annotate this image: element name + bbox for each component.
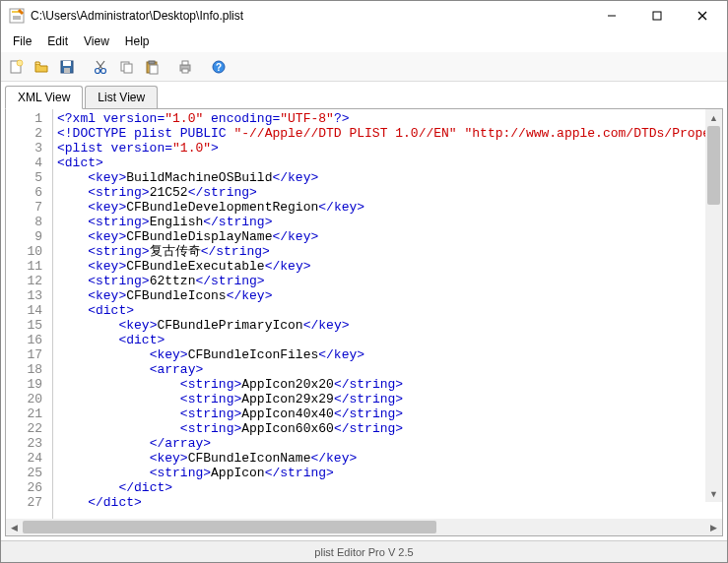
svg-rect-3 xyxy=(653,12,661,20)
menu-view[interactable]: View xyxy=(76,32,117,50)
tab-xml-view[interactable]: XML View xyxy=(5,86,83,109)
svg-rect-22 xyxy=(182,69,188,73)
horizontal-scroll-thumb[interactable] xyxy=(23,521,436,533)
code-area[interactable]: <?xml version="1.0" encoding="UTF-8"?><!… xyxy=(53,109,722,519)
vertical-scroll-thumb[interactable] xyxy=(707,126,720,205)
tab-list-view[interactable]: List View xyxy=(85,86,158,109)
code-line[interactable]: <key>CFBundleExecutable</key> xyxy=(57,259,718,274)
code-line[interactable]: <plist version="1.0"> xyxy=(57,141,718,156)
editor[interactable]: 1234567891011121314151617181920212223242… xyxy=(6,109,722,519)
code-line[interactable]: <!DOCTYPE plist PUBLIC "-//Apple//DTD PL… xyxy=(57,126,718,141)
status-app-version: plist Editor Pro V 2.5 xyxy=(314,546,413,558)
line-number: 27 xyxy=(6,495,52,510)
line-number: 12 xyxy=(6,274,52,288)
toolbar: ? xyxy=(1,52,727,82)
line-number: 8 xyxy=(6,215,52,229)
statusbar: plist Editor Pro V 2.5 xyxy=(1,540,727,562)
code-line[interactable]: <key>CFBundleIcons</key> xyxy=(57,288,718,303)
svg-rect-9 xyxy=(63,61,71,66)
window-title: C:\Users\Administrator\Desktop\Info.plis… xyxy=(31,9,589,23)
line-number: 16 xyxy=(6,333,52,347)
code-line[interactable]: <dict> xyxy=(57,333,718,347)
line-number: 10 xyxy=(6,244,52,259)
line-number: 23 xyxy=(6,436,52,451)
close-button[interactable] xyxy=(680,1,725,31)
print-button[interactable] xyxy=(174,56,196,78)
titlebar: C:\Users\Administrator\Desktop\Info.plis… xyxy=(1,1,727,31)
editor-container: 1234567891011121314151617181920212223242… xyxy=(5,108,723,536)
code-line[interactable]: <string>AppIcon</string> xyxy=(57,466,718,480)
code-line[interactable]: <key>CFBundleDevelopmentRegion</key> xyxy=(57,200,718,215)
svg-point-12 xyxy=(101,68,106,73)
scroll-up-icon[interactable]: ▲ xyxy=(705,109,722,126)
line-number: 24 xyxy=(6,451,52,466)
svg-text:?: ? xyxy=(216,62,222,73)
code-line[interactable]: </array> xyxy=(57,436,718,451)
code-line[interactable]: </dict> xyxy=(57,495,718,510)
copy-button[interactable] xyxy=(115,56,137,78)
code-line[interactable]: <string>English</string> xyxy=(57,215,718,229)
line-number: 13 xyxy=(6,288,52,303)
line-number-gutter: 1234567891011121314151617181920212223242… xyxy=(6,109,53,519)
line-number: 15 xyxy=(6,318,52,333)
svg-point-11 xyxy=(96,68,100,73)
code-line[interactable]: </dict> xyxy=(57,480,718,495)
line-number: 4 xyxy=(6,156,52,170)
code-line[interactable]: <key>CFBundleIconFiles</key> xyxy=(57,347,718,362)
line-number: 19 xyxy=(6,377,52,392)
scroll-right-icon[interactable]: ▶ xyxy=(705,519,722,535)
menu-edit[interactable]: Edit xyxy=(39,32,76,50)
line-number: 2 xyxy=(6,126,52,141)
code-line[interactable]: <string>21C52</string> xyxy=(57,185,718,200)
line-number: 22 xyxy=(6,421,52,436)
save-button[interactable] xyxy=(56,56,78,78)
svg-point-7 xyxy=(17,60,23,66)
code-line[interactable]: <?xml version="1.0" encoding="UTF-8"?> xyxy=(57,111,718,126)
line-number: 25 xyxy=(6,466,52,480)
window-controls xyxy=(589,1,725,31)
line-number: 9 xyxy=(6,229,52,244)
code-line[interactable]: <string>AppIcon29x29</string> xyxy=(57,392,718,407)
line-number: 20 xyxy=(6,392,52,407)
menu-file[interactable]: File xyxy=(5,32,39,50)
line-number: 3 xyxy=(6,141,52,156)
code-line[interactable]: <string>62ttzn</string> xyxy=(57,274,718,288)
paste-button[interactable] xyxy=(141,56,163,78)
code-line[interactable]: <string>AppIcon40x40</string> xyxy=(57,407,718,421)
new-button[interactable] xyxy=(5,56,27,78)
vertical-scrollbar[interactable]: ▲ ▼ xyxy=(705,109,722,502)
cut-button[interactable] xyxy=(90,56,111,78)
menubar: File Edit View Help xyxy=(1,31,727,52)
line-number: 6 xyxy=(6,185,52,200)
svg-rect-21 xyxy=(182,61,188,65)
maximize-button[interactable] xyxy=(634,1,680,31)
code-line[interactable]: <key>CFBundlePrimaryIcon</key> xyxy=(57,318,718,333)
minimize-button[interactable] xyxy=(589,1,634,31)
horizontal-scrollbar[interactable]: ◀ ▶ xyxy=(6,519,722,535)
code-line[interactable]: <string>AppIcon20x20</string> xyxy=(57,377,718,392)
open-button[interactable] xyxy=(31,56,52,78)
line-number: 14 xyxy=(6,303,52,318)
code-line[interactable]: <key>CFBundleDisplayName</key> xyxy=(57,229,718,244)
scroll-down-icon[interactable]: ▼ xyxy=(705,485,722,502)
svg-rect-18 xyxy=(149,61,155,64)
help-button[interactable]: ? xyxy=(208,56,230,78)
svg-rect-16 xyxy=(124,64,132,73)
svg-rect-19 xyxy=(150,65,158,74)
code-line[interactable]: <dict> xyxy=(57,303,718,318)
code-line[interactable]: <key>CFBundleIconName</key> xyxy=(57,451,718,466)
code-line[interactable]: <dict> xyxy=(57,156,718,170)
app-icon xyxy=(9,8,25,24)
svg-rect-10 xyxy=(64,68,70,73)
code-line[interactable]: <string>AppIcon60x60</string> xyxy=(57,421,718,436)
code-line[interactable]: <array> xyxy=(57,362,718,377)
line-number: 1 xyxy=(6,111,52,126)
code-line[interactable]: <key>BuildMachineOSBuild</key> xyxy=(57,170,718,185)
scroll-left-icon[interactable]: ◀ xyxy=(6,519,23,535)
line-number: 7 xyxy=(6,200,52,215)
line-number: 18 xyxy=(6,362,52,377)
line-number: 21 xyxy=(6,407,52,421)
line-number: 26 xyxy=(6,480,52,495)
menu-help[interactable]: Help xyxy=(117,32,158,50)
code-line[interactable]: <string>复古传奇</string> xyxy=(57,244,718,259)
